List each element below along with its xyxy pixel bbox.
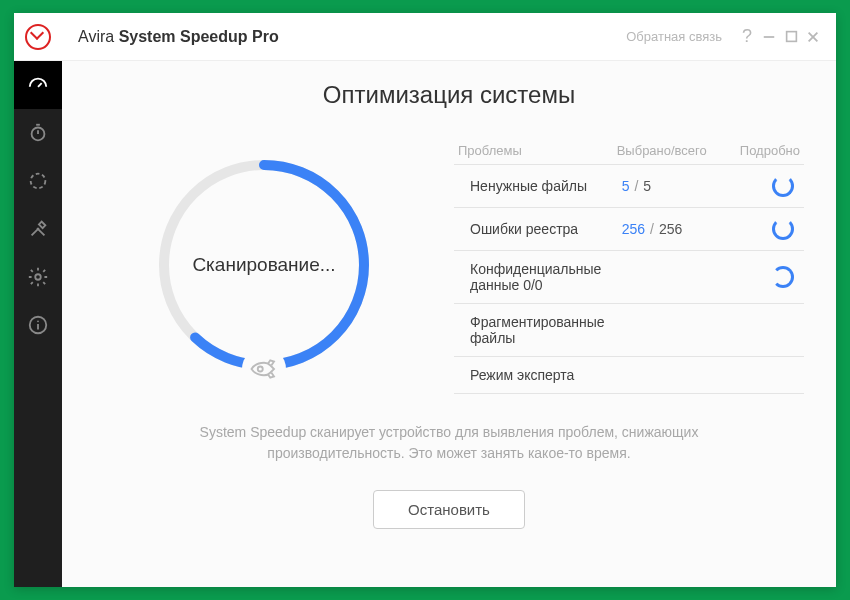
table-row[interactable]: Режим эксперта [454, 357, 804, 394]
sidebar-item-timer[interactable] [14, 109, 62, 157]
scan-description: System Speedup сканирует устройство для … [94, 422, 804, 464]
tools-icon [27, 218, 49, 240]
gauge-icon [25, 24, 51, 50]
table-row[interactable]: Ненужные файлы5/5 [454, 165, 804, 208]
stopwatch-icon [27, 122, 49, 144]
product-name: System Speedup Pro [119, 28, 279, 45]
svg-point-17 [258, 367, 263, 372]
sidebar-item-scan[interactable] [14, 157, 62, 205]
row-spinner [730, 266, 800, 288]
table-row[interactable]: Фрагментированные файлы [454, 304, 804, 357]
scan-progress-column: Сканирование... [94, 133, 434, 394]
header-problems: Проблемы [458, 143, 617, 158]
spinner-icon [772, 266, 794, 288]
table-row[interactable]: Ошибки реестра256/256 [454, 208, 804, 251]
close-button[interactable] [802, 26, 824, 48]
help-button[interactable]: ? [736, 26, 758, 48]
svg-rect-1 [786, 32, 796, 42]
row-label: Ненужные файлы [458, 178, 622, 194]
progress-ring: Сканирование... [144, 145, 384, 385]
info-icon [27, 314, 49, 336]
app-logo [14, 13, 62, 61]
minimize-button[interactable] [758, 26, 780, 48]
sidebar [14, 61, 62, 587]
svg-point-11 [35, 274, 41, 280]
app-title: Avira System Speedup Pro [78, 28, 279, 46]
svg-line-10 [37, 228, 44, 235]
row-spinner [730, 175, 800, 197]
header-selected: Выбрано/всего [617, 143, 730, 158]
page-title: Оптимизация системы [94, 81, 804, 109]
rocket-icon [242, 347, 286, 391]
row-label: Конфиденциальные данные 0/0 [458, 261, 622, 293]
content-area: Оптимизация системы Сканирование... [62, 61, 836, 587]
svg-point-8 [31, 174, 46, 189]
row-label: Ошибки реестра [458, 221, 622, 237]
svg-point-14 [37, 320, 39, 322]
svg-line-4 [38, 83, 42, 87]
feedback-link[interactable]: Обратная связь [626, 29, 722, 44]
titlebar: Avira System Speedup Pro Обратная связь … [14, 13, 836, 61]
row-label: Режим эксперта [458, 367, 622, 383]
spinner-icon [772, 175, 794, 197]
sidebar-item-tools[interactable] [14, 205, 62, 253]
scan-icon [27, 170, 49, 192]
brand-name: Avira [78, 28, 114, 45]
spinner-icon [772, 218, 794, 240]
speedometer-icon [27, 74, 49, 96]
row-spinner [730, 218, 800, 240]
sidebar-item-info[interactable] [14, 301, 62, 349]
table-row[interactable]: Конфиденциальные данные 0/0 [454, 251, 804, 304]
row-counts: 256/256 [622, 221, 730, 237]
row-counts: 5/5 [622, 178, 730, 194]
sidebar-item-settings[interactable] [14, 253, 62, 301]
sidebar-item-dashboard[interactable] [14, 61, 62, 109]
table-header: Проблемы Выбрано/всего Подробно [454, 137, 804, 165]
header-details: Подробно [730, 143, 800, 158]
app-window: Avira System Speedup Pro Обратная связь … [14, 13, 836, 587]
maximize-button[interactable] [780, 26, 802, 48]
row-label: Фрагментированные файлы [458, 314, 622, 346]
gear-icon [27, 266, 49, 288]
results-table: Проблемы Выбрано/всего Подробно Ненужные… [454, 133, 804, 394]
stop-button[interactable]: Остановить [373, 490, 525, 529]
